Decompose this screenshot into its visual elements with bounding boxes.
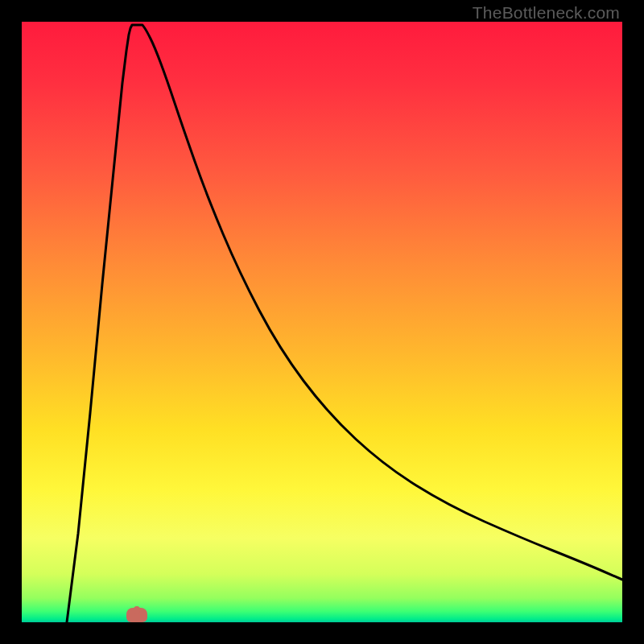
minimum-marker: [126, 608, 147, 622]
watermark-text: TheBottleneck.com: [473, 3, 620, 23]
plot-frame: [22, 22, 622, 622]
curve-layer: [22, 22, 622, 622]
bottleneck-curve: [67, 25, 622, 622]
